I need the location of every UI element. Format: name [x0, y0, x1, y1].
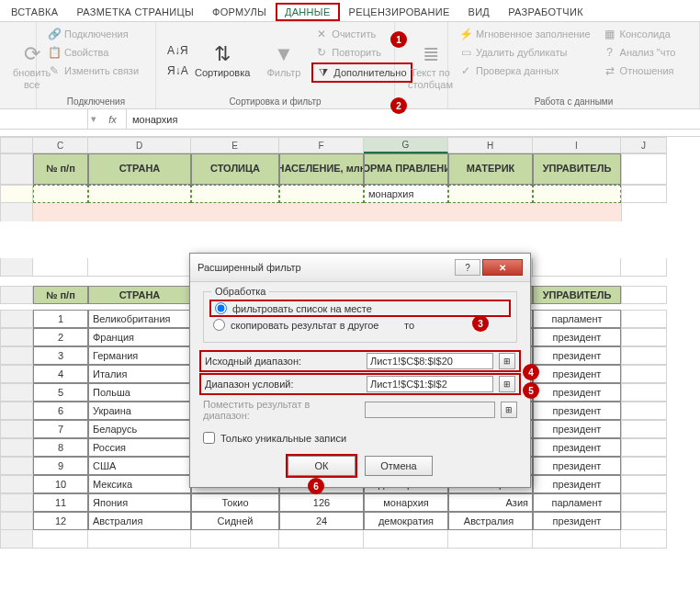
criteria-header[interactable]: МАТЕРИК — [448, 153, 533, 185]
cell[interactable]: парламент — [533, 310, 621, 328]
radio-copy-to[interactable]: скопировать результат в другое то 3 — [213, 317, 507, 333]
cell[interactable]: Германия — [88, 346, 191, 365]
criteria-header[interactable]: НАСЕЛЕНИЕ, млн — [279, 153, 364, 185]
cell[interactable]: 126 — [279, 493, 364, 512]
source-range-input[interactable]: Лист1!$C$8:$I$20 — [367, 353, 493, 369]
cell[interactable]: 2 — [33, 328, 88, 346]
source-range-picker[interactable]: ⊞ — [499, 353, 515, 369]
cell[interactable]: Франция — [88, 328, 191, 346]
radio-filter-in-place[interactable]: фильтровать список на месте — [209, 300, 511, 317]
col-header-e[interactable]: E — [191, 137, 279, 153]
radio-copy-to-input[interactable] — [213, 319, 225, 331]
properties-button[interactable]: 📋Свойства — [44, 44, 142, 61]
connections-button[interactable]: 🔗Подключения — [44, 26, 142, 42]
cell[interactable]: Украина — [88, 402, 191, 420]
criteria-cell[interactable] — [191, 185, 279, 203]
ok-button[interactable]: ОК — [288, 456, 356, 476]
tab-data[interactable]: ДАННЫЕ — [276, 3, 340, 21]
col-header-j[interactable]: J — [621, 137, 667, 153]
col-header-g[interactable]: G — [364, 137, 448, 153]
cell[interactable]: 6 — [33, 402, 88, 420]
unique-row[interactable]: Только уникальные записи — [203, 429, 517, 447]
tab-insert[interactable]: ВСТАВКА — [2, 3, 67, 21]
cell[interactable]: президент — [533, 512, 621, 530]
cell[interactable]: 9 — [33, 457, 88, 475]
cell[interactable]: Япония — [88, 493, 191, 512]
cell[interactable]: 4 — [33, 365, 88, 383]
criteria-range-picker[interactable]: ⊞ — [499, 376, 515, 392]
edit-links-button[interactable]: ✎Изменить связи — [44, 62, 142, 79]
cell[interactable]: Австралия — [448, 512, 533, 530]
filter-button[interactable]: ▼Фильтр — [261, 26, 306, 95]
cell[interactable]: 10 — [33, 475, 88, 493]
criteria-cell[interactable] — [88, 185, 191, 203]
criteria-header[interactable]: № п/п — [33, 153, 88, 185]
remove-duplicates-button[interactable]: ▭Удалить дубликаты — [456, 44, 594, 61]
criteria-range-input[interactable]: Лист1!$C$1:$I$2 — [367, 376, 493, 392]
cell[interactable]: демократия — [364, 512, 448, 530]
cell[interactable]: президент — [533, 365, 621, 383]
criteria-header[interactable]: СТРАНА — [88, 153, 191, 185]
cell[interactable]: президент — [533, 328, 621, 346]
cell[interactable]: 3 — [33, 346, 88, 365]
criteria-cell[interactable] — [533, 185, 621, 203]
cancel-button[interactable]: Отмена — [365, 456, 433, 476]
cell[interactable]: президент — [533, 383, 621, 402]
relationships-button[interactable]: ⇄Отношения — [600, 62, 680, 79]
dialog-help-button[interactable]: ? — [455, 259, 480, 276]
cell[interactable]: 5 — [33, 383, 88, 402]
sort-button[interactable]: ⇅Сортировка — [189, 26, 255, 95]
col-header-h[interactable]: H — [448, 137, 533, 153]
criteria-header[interactable]: УПРАВИТЕЛЬ — [533, 153, 621, 185]
cell[interactable]: Беларусь — [88, 420, 191, 438]
data-validation-button[interactable]: ✓Проверка данных — [456, 62, 594, 79]
cell[interactable]: 12 — [33, 512, 88, 530]
cell[interactable]: 11 — [33, 493, 88, 512]
cell[interactable]: США — [88, 457, 191, 475]
cell[interactable]: Польша — [88, 383, 191, 402]
col-header-f[interactable]: F — [279, 137, 364, 153]
tab-developer[interactable]: РАЗРАБОТЧИК — [499, 3, 593, 21]
dialog-close-button[interactable]: ✕ — [482, 259, 523, 276]
name-box-dropdown[interactable]: ▾ — [88, 113, 99, 125]
cell[interactable]: президент — [533, 475, 621, 493]
tab-review[interactable]: РЕЦЕНЗИРОВАНИЕ — [340, 3, 459, 21]
sort-az-button[interactable]: А↓Я — [164, 42, 184, 59]
col-header-d[interactable]: D — [88, 137, 191, 153]
dialog-titlebar[interactable]: Расширенный фильтр ? ✕ — [190, 254, 530, 282]
criteria-header[interactable]: ФОРМА ПРАВЛЕНИЯ — [364, 153, 448, 185]
criteria-header[interactable]: СТОЛИЦА — [191, 153, 279, 185]
criteria-cell[interactable] — [33, 185, 88, 203]
select-all-corner[interactable] — [0, 137, 33, 153]
fx-button[interactable]: fx — [99, 109, 127, 129]
table-header[interactable]: УПРАВИТЕЛЬ — [533, 286, 621, 304]
flash-fill-button[interactable]: ⚡Мгновенное заполнение — [456, 26, 594, 42]
unique-checkbox[interactable] — [203, 432, 215, 444]
cell[interactable]: президент — [533, 438, 621, 457]
table-header[interactable]: СТРАНА — [88, 286, 191, 304]
sort-za-button[interactable]: Я↓А — [164, 62, 184, 79]
cell[interactable]: монархия — [364, 493, 448, 512]
criteria-cell[interactable] — [279, 185, 364, 203]
cell[interactable]: Россия — [88, 438, 191, 457]
criteria-cell[interactable] — [448, 185, 533, 203]
tab-formulas[interactable]: ФОРМУЛЫ — [203, 3, 276, 21]
consolidate-button[interactable]: ▦Консолида — [600, 26, 680, 42]
cell[interactable]: парламент — [533, 493, 621, 512]
cell[interactable]: Мексика — [88, 475, 191, 493]
cell[interactable]: президент — [533, 346, 621, 365]
radio-filter-in-place-input[interactable] — [215, 302, 227, 314]
cell[interactable]: 8 — [33, 438, 88, 457]
cell[interactable]: 1 — [33, 310, 88, 328]
cell[interactable]: Великобритания — [88, 310, 191, 328]
cell[interactable]: Сидней — [191, 512, 279, 530]
col-header-i[interactable]: I — [533, 137, 621, 153]
tab-page-layout[interactable]: РАЗМЕТКА СТРАНИЦЫ — [67, 3, 203, 21]
cell[interactable]: Азия — [448, 493, 533, 512]
what-if-button[interactable]: ?Анализ "что — [600, 44, 680, 61]
cell[interactable]: президент — [533, 420, 621, 438]
cell[interactable]: президент — [533, 402, 621, 420]
cell[interactable]: президент — [533, 457, 621, 475]
cell[interactable]: Токио — [191, 493, 279, 512]
cell[interactable]: 24 — [279, 512, 364, 530]
